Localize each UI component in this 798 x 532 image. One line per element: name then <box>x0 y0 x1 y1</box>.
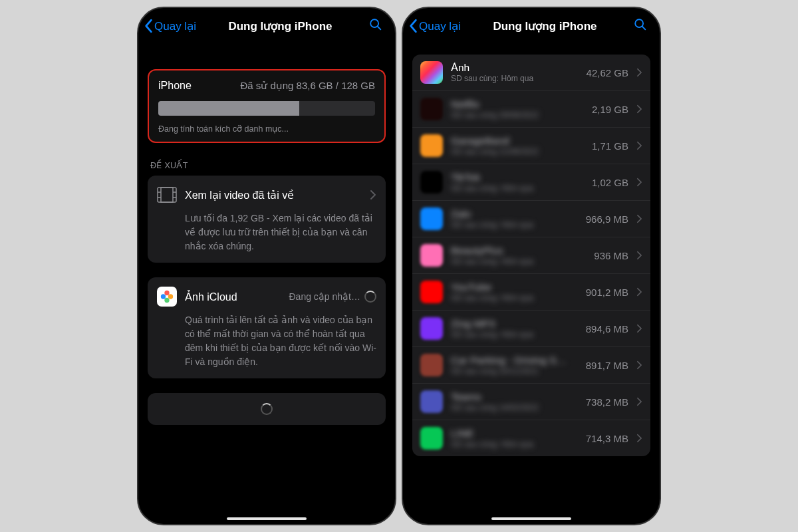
back-label: Quay lại <box>419 19 461 33</box>
app-info: LINE SD sau cùng: Hôm qua <box>451 428 578 449</box>
chevron-right-icon <box>370 190 376 200</box>
app-row[interactable]: TikTok SD sau cùng: Hôm qua 1,02 GB <box>412 164 650 201</box>
chevron-right-icon <box>636 104 642 114</box>
video-card-title: Xem lại video đã tải về <box>185 189 362 201</box>
device-label: iPhone <box>158 80 192 92</box>
back-button[interactable]: Quay lại <box>144 19 196 33</box>
app-size: 891,7 MB <box>586 360 628 371</box>
app-name: Zing MP3 <box>451 318 578 330</box>
phone-left: Quay lại Dung lượng iPhone iPhone Đã sử … <box>137 7 396 525</box>
app-icon <box>420 61 443 84</box>
app-size: 2,19 GB <box>592 104 628 115</box>
app-subtitle: SD sau cùng: Hôm qua <box>451 440 578 449</box>
app-subtitle: SD sau cùng 21/08/2022 <box>451 147 584 156</box>
app-size: 894,6 MB <box>586 323 628 334</box>
app-row[interactable]: Zing MP3 SD sau cùng: Hôm qua 894,6 MB <box>412 311 650 347</box>
app-row[interactable]: YouTube SD sau cùng: Hôm qua 901,2 MB <box>412 274 650 311</box>
app-row[interactable]: GarageBand SD sau cùng 21/08/2022 1,71 G… <box>412 128 650 164</box>
back-button[interactable]: Quay lại <box>408 19 461 33</box>
search-icon <box>368 17 383 32</box>
app-row[interactable]: Car Parking - Driving S… SD sau cùng 20/… <box>412 347 650 384</box>
chevron-right-icon <box>636 434 642 443</box>
search-button[interactable] <box>364 17 387 35</box>
app-icon <box>420 354 443 376</box>
chevron-right-icon <box>636 141 642 150</box>
app-info: Teams SD sau cùng 14/02/2022 <box>451 391 578 412</box>
app-icon <box>420 171 443 194</box>
app-info: YouTube SD sau cùng: Hôm qua <box>451 281 578 303</box>
app-size: 936 MB <box>594 250 628 261</box>
app-subtitle: SD sau cùng: Hôm qua <box>451 293 578 303</box>
app-info: TikTok SD sau cùng: Hôm qua <box>451 172 584 193</box>
app-size: 1,71 GB <box>592 140 628 152</box>
svg-point-10 <box>161 294 166 299</box>
app-row[interactable]: Netflix SD sau cùng 29/08/2022 2,19 GB <box>412 91 650 128</box>
app-icon <box>420 390 443 413</box>
chevron-right-icon <box>636 324 642 333</box>
app-info: BeautyPlus SD sau cùng: Hôm qua <box>451 245 586 266</box>
app-icon <box>420 207 443 230</box>
app-row[interactable]: BeautyPlus SD sau cùng: Hôm qua 936 MB <box>412 237 650 274</box>
app-name: LINE <box>451 428 578 440</box>
app-name: Netflix <box>451 98 584 110</box>
app-row[interactable]: Ảnh SD sau cùng: Hôm qua 42,62 GB <box>412 55 650 91</box>
app-subtitle: SD sau cùng: Hôm qua <box>451 74 579 83</box>
chevron-right-icon <box>636 251 642 260</box>
app-info: Zing MP3 SD sau cùng: Hôm qua <box>451 318 578 339</box>
app-info: Zalo SD sau cùng: Hôm qua <box>451 208 578 229</box>
home-indicator[interactable] <box>227 517 307 520</box>
app-row[interactable]: Teams SD sau cùng 14/02/2022 738,2 MB <box>412 384 650 420</box>
app-info: Car Parking - Driving S… SD sau cùng 20/… <box>451 354 578 376</box>
page-title: Dung lượng iPhone <box>464 19 626 33</box>
storage-bar-fill <box>158 101 299 116</box>
video-card-body: Lưu tối đa 1,92 GB - Xem lại các video đ… <box>185 211 376 253</box>
app-name: TikTok <box>451 172 584 184</box>
chevron-right-icon <box>636 178 642 187</box>
back-label: Quay lại <box>154 19 196 33</box>
app-subtitle: SD sau cùng: Hôm qua <box>451 220 578 229</box>
chevron-right-icon <box>636 287 642 297</box>
chevron-left-icon <box>408 19 418 33</box>
storage-card: iPhone Đã sử dụng 83,6 GB / 128 GB Đang … <box>148 69 386 143</box>
app-icon <box>420 244 443 267</box>
storage-bar <box>158 101 375 116</box>
app-name: Car Parking - Driving S… <box>451 354 578 366</box>
app-size: 966,9 MB <box>586 213 628 225</box>
navbar: Quay lại Dung lượng iPhone <box>138 8 395 43</box>
app-size: 738,2 MB <box>586 396 628 408</box>
app-size: 42,62 GB <box>587 67 628 78</box>
app-name: YouTube <box>451 281 578 293</box>
navbar: Quay lại Dung lượng iPhone <box>403 8 660 43</box>
svg-point-8 <box>168 294 173 299</box>
app-name: GarageBand <box>451 135 584 147</box>
app-row[interactable]: LINE SD sau cùng: Hôm qua 714,3 MB <box>412 420 650 456</box>
svg-point-7 <box>164 291 169 295</box>
calculating-text: Đang tính toán kích cỡ danh mục... <box>158 124 375 134</box>
app-info: Netflix SD sau cùng 29/08/2022 <box>451 98 584 120</box>
app-subtitle: SD sau cùng: Hôm qua <box>451 184 584 193</box>
content-right: Ảnh SD sau cùng: Hôm qua 42,62 GB Netfli… <box>403 43 660 524</box>
app-info: Ảnh SD sau cùng: Hôm qua <box>451 62 579 83</box>
icloud-card-title: Ảnh iCloud <box>185 291 281 303</box>
review-video-card[interactable]: Xem lại video đã tải về Lưu tối đa 1,92 … <box>148 176 386 263</box>
chevron-left-icon <box>144 19 153 33</box>
home-indicator[interactable] <box>491 517 571 520</box>
content-left: iPhone Đã sử dụng 83,6 GB / 128 GB Đang … <box>138 43 395 524</box>
icloud-status: Đang cập nhật… <box>289 291 377 303</box>
search-icon <box>633 17 648 32</box>
film-icon <box>157 185 177 205</box>
chevron-right-icon <box>636 397 642 406</box>
icloud-photos-card[interactable]: Ảnh iCloud Đang cập nhật… Quá trình tải … <box>148 277 386 378</box>
page-title: Dung lượng iPhone <box>199 19 362 33</box>
icloud-card-body: Quá trình tải lên tất cả ảnh và video củ… <box>185 313 376 369</box>
app-name: Teams <box>451 391 578 403</box>
app-icon <box>420 427 443 450</box>
search-button[interactable] <box>629 17 652 35</box>
svg-point-9 <box>164 298 169 303</box>
app-subtitle: SD sau cùng: Hôm qua <box>451 330 578 339</box>
chevron-right-icon <box>636 214 642 223</box>
icloud-status-text: Đang cập nhật… <box>289 291 361 302</box>
app-row[interactable]: Zalo SD sau cùng: Hôm qua 966,9 MB <box>412 201 650 237</box>
app-icon <box>420 281 443 303</box>
spinner-icon <box>364 291 376 303</box>
